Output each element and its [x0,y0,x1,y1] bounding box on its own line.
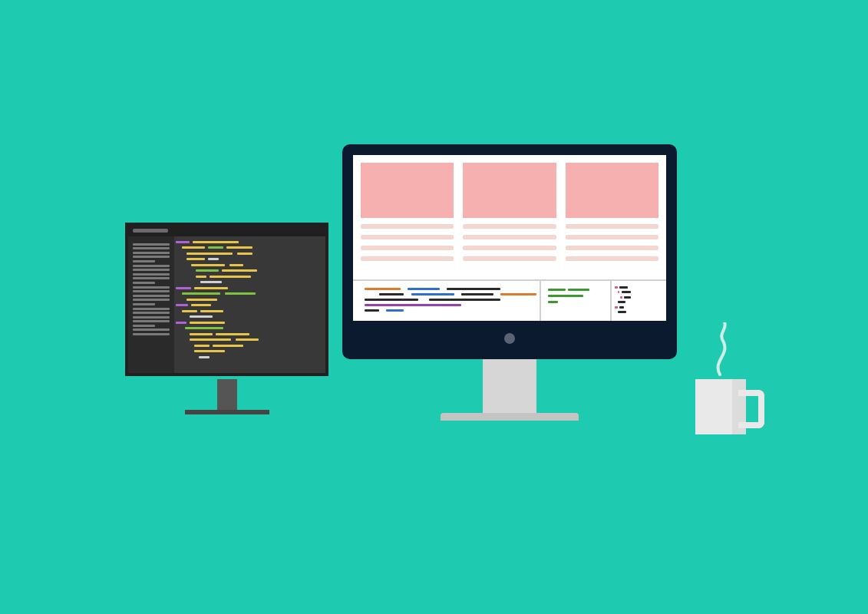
card-text-line [463,224,556,229]
mug-handle [738,390,764,428]
sidebar-file-line [133,260,155,262]
sidebar-file-line [133,252,170,254]
editor-titlebar [128,226,325,236]
code-token [186,258,205,260]
devtools-line [544,289,604,292]
code-token [229,264,243,266]
devtools-token [615,306,618,309]
code-token [191,304,211,306]
sidebar-file-line [133,286,170,289]
imac-panel [353,155,666,321]
code-line [176,345,322,348]
sidebar-file-line [133,243,170,246]
card-hero-block [361,163,454,218]
code-line [176,304,322,307]
code-line [176,241,322,244]
sidebar-file-line [133,299,170,301]
sidebar-file-line [133,282,155,284]
code-token [176,241,190,243]
editor-code-area [176,238,322,371]
code-token [190,315,213,318]
code-line [176,292,322,295]
code-token [225,292,256,295]
code-token [190,338,231,341]
code-token [216,333,249,335]
code-line [176,287,322,290]
code-token [194,350,225,352]
code-token [182,246,205,249]
devtools-token [615,286,618,289]
devtools-token [365,288,401,290]
devtools-line [358,288,536,291]
code-token [237,253,252,255]
sidebar-file-line [133,277,170,279]
devtools-token [365,304,461,306]
code-line [176,299,322,302]
code-line [176,333,322,336]
devtools-token [447,288,500,290]
devtools-token [386,309,404,312]
devtools-token [461,293,493,295]
card-hero-block [463,163,556,218]
sidebar-file-line [133,273,170,276]
devtools-token [619,306,624,309]
code-line [176,281,322,284]
camera-icon [504,333,515,344]
devtools-token [365,299,418,301]
monitor-neck [217,379,237,410]
devtools-token [618,311,626,313]
devtools-line [358,293,536,296]
code-line [176,327,322,330]
sidebar-file-line [133,303,155,305]
steam-icon [712,322,735,376]
code-token [176,322,186,324]
devtools-line [358,309,536,312]
devtools-divider [610,281,612,321]
card-text-line [463,235,556,239]
devtools-computed-pane [613,284,660,316]
code-line [176,322,322,325]
coffee-mug [695,379,746,434]
code-token [186,299,217,301]
code-token [200,281,222,283]
sidebar-file-line [133,290,170,292]
devtools-token [618,301,625,303]
code-token [210,276,251,278]
sidebar-file-line [133,265,170,267]
sidebar-file-line [133,256,170,258]
code-token [186,253,233,255]
code-line [176,276,322,279]
code-token [208,246,223,249]
devtools-line [358,299,536,302]
card-text-line [361,224,454,229]
code-token [226,246,252,249]
code-token [222,269,257,272]
layout-cards-row [361,163,658,270]
code-line [176,269,322,272]
devtools-divider [540,281,541,321]
imac-neck [483,359,536,413]
sidebar-file-line [133,247,170,249]
layout-card [566,163,658,270]
devtools-token [568,289,589,291]
devtools-token [408,288,440,290]
code-token [182,310,197,312]
code-editor-monitor [125,223,328,414]
code-token [176,304,188,306]
editor-file-sidebar [128,236,174,373]
code-line [176,246,322,249]
devtools-token [619,286,628,289]
sidebar-file-line [133,328,170,331]
devtools-token [548,301,559,303]
devtools-token [500,293,536,295]
code-token [190,333,213,335]
web-design-monitor [342,144,677,436]
code-token [213,345,243,347]
devtools-line [613,286,660,289]
code-line [176,253,322,256]
code-token [191,264,225,266]
card-hero-block [566,163,658,218]
code-token [196,269,219,272]
code-line [176,338,322,342]
imac-bezel [342,144,677,359]
